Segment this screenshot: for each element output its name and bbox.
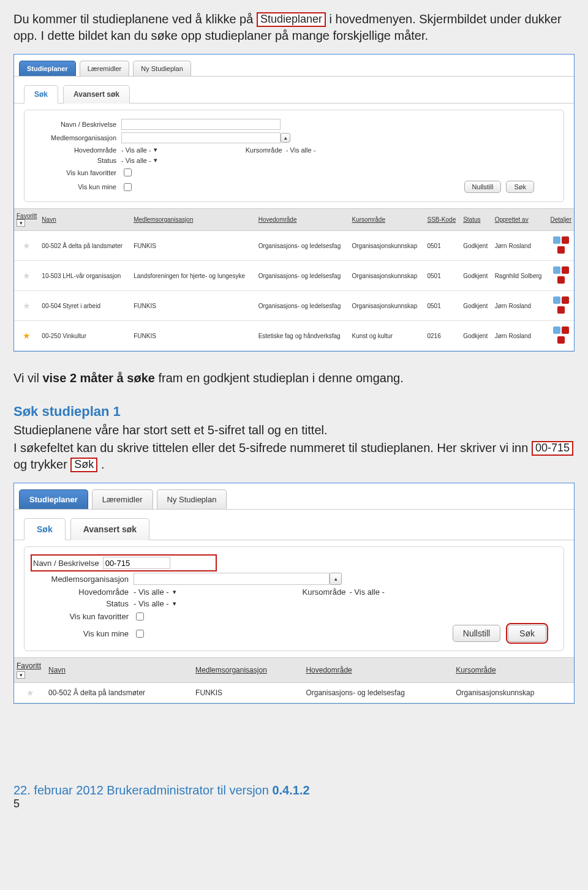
- page-number: 5: [13, 798, 575, 810]
- box-sok-inline: Søk: [70, 458, 97, 472]
- label-fav-2: Vis kun favoritter: [29, 612, 134, 621]
- tab-laeremidler[interactable]: Læremidler: [80, 61, 130, 76]
- label-kursom-2: Kursområde: [303, 587, 346, 597]
- tab-ny-studieplan-2[interactable]: Ny Studieplan: [157, 489, 227, 509]
- screenshot-2: Studieplaner Læremidler Ny Studieplan Sø…: [13, 483, 575, 704]
- table-row[interactable]: ★ 00-502 Å delta på landsmøter FUNKIS Or…: [14, 683, 574, 703]
- label-navn-2: Navn / Beskrivelse: [33, 559, 103, 568]
- table-row[interactable]: ★00-250 VinkulturFUNKISEstetiske fag og …: [14, 321, 574, 351]
- mine-checkbox[interactable]: [124, 183, 132, 191]
- medlem-picker-icon-2[interactable]: ▴: [330, 573, 342, 585]
- subtab-sok[interactable]: Søk: [24, 85, 58, 104]
- copy-icon[interactable]: [557, 336, 565, 344]
- edit-icon[interactable]: [553, 296, 560, 304]
- mine-checkbox-2[interactable]: [136, 630, 144, 638]
- star-icon[interactable]: ★: [26, 688, 34, 698]
- col-medlem-2[interactable]: Medlemsorganisasjon: [193, 658, 303, 683]
- sok-button-2[interactable]: Søk: [508, 625, 546, 642]
- star-icon[interactable]: ★: [23, 331, 31, 341]
- col-status[interactable]: Status: [461, 209, 492, 231]
- mid-p1: Vi vil vise 2 måter å søke fram en godkj…: [13, 370, 575, 387]
- subtab-sok-2[interactable]: Søk: [24, 518, 66, 540]
- hoved-select-2[interactable]: - Vis alle -: [134, 587, 169, 597]
- studieplaner-highlight-box: Studieplaner: [257, 12, 326, 27]
- edit-icon[interactable]: [553, 266, 560, 274]
- screenshot-1: Studieplaner Læremidler Ny Studieplan Sø…: [13, 54, 575, 352]
- sok-button[interactable]: Søk: [506, 181, 534, 193]
- col-favoritt[interactable]: Favoritt: [17, 213, 37, 219]
- mid-p3: I søkefeltet kan du skrive tittelen elle…: [13, 440, 575, 473]
- pdf-icon[interactable]: [562, 296, 569, 304]
- col-ssb[interactable]: SSB-Kode: [425, 209, 461, 231]
- col-hoved[interactable]: Hovedområde: [256, 209, 350, 231]
- status-select[interactable]: - Vis alle -: [121, 157, 151, 164]
- table-row[interactable]: ★10-503 LHL-vår organisasjonLandsforenin…: [14, 261, 574, 291]
- hoved-select[interactable]: - Vis alle -: [121, 146, 151, 154]
- label-navn: Navn / Beskrivelse: [29, 121, 121, 128]
- kursom-select-2[interactable]: - Vis alle -: [349, 587, 385, 597]
- nullstill-button-2[interactable]: Nullstill: [453, 625, 500, 642]
- star-icon[interactable]: ★: [23, 301, 31, 311]
- copy-icon[interactable]: [557, 306, 565, 314]
- col-hoved-2[interactable]: Hovedområde: [303, 658, 453, 683]
- tab-studieplaner[interactable]: Studieplaner: [19, 61, 76, 76]
- col-favoritt-2[interactable]: Favoritt: [17, 662, 41, 670]
- heading-sok-studieplan-1: Søk studieplan 1: [13, 404, 575, 420]
- label-kursom: Kursområde: [246, 146, 282, 154]
- medlem-picker-icon[interactable]: ▴: [281, 133, 290, 143]
- tab-ny-studieplan[interactable]: Ny Studieplan: [133, 61, 191, 76]
- tab-laeremidler-2[interactable]: Læremidler: [92, 489, 153, 509]
- label-fav: Vis kun favoritter: [29, 169, 121, 176]
- col-navn-2[interactable]: Navn: [46, 658, 193, 683]
- status-select-2[interactable]: - Vis alle -: [134, 599, 169, 608]
- fav-sort-icon-2[interactable]: ▾: [17, 671, 25, 679]
- navn-input[interactable]: [121, 119, 281, 130]
- col-kurs-2[interactable]: Kursområde: [453, 658, 574, 683]
- mid-p2: Studieplanene våre har stort sett et 5-s…: [13, 422, 575, 439]
- copy-icon[interactable]: [557, 276, 565, 284]
- col-medlem[interactable]: Medlemsorganisasjon: [131, 209, 256, 231]
- fav-checkbox[interactable]: [124, 168, 132, 176]
- intro-paragraph: Du kommer til studieplanene ved å klikke…: [13, 11, 575, 44]
- label-medlem: Medlemsorganisasjon: [29, 134, 121, 141]
- box-00-715: 00-715: [532, 441, 573, 456]
- label-status: Status: [29, 157, 121, 164]
- navn-input-2[interactable]: [103, 557, 170, 569]
- table-row[interactable]: ★00-502 Å delta på landsmøterFUNKISOrgan…: [14, 231, 574, 261]
- edit-icon[interactable]: [553, 326, 560, 334]
- label-mine-2: Vis kun mine: [29, 629, 134, 638]
- medlem-input[interactable]: [121, 132, 281, 143]
- pdf-icon[interactable]: [562, 236, 569, 244]
- subtab-avansert-sok-2[interactable]: Avansert søk: [70, 518, 149, 540]
- copy-icon[interactable]: [557, 246, 565, 254]
- subtab-avansert-sok[interactable]: Avansert søk: [63, 85, 130, 104]
- label-mine: Vis kun mine: [29, 183, 121, 190]
- medlem-input-2[interactable]: [134, 573, 330, 585]
- results-table-1: Favoritt▾ Navn Medlemsorganisasjon Hoved…: [14, 208, 574, 351]
- pdf-icon[interactable]: [562, 266, 569, 274]
- table-row[interactable]: ★00-504 Styret i arbeidFUNKISOrganisasjo…: [14, 291, 574, 321]
- star-icon[interactable]: ★: [23, 271, 31, 281]
- results-table-2: Favoritt▾ Navn Medlemsorganisasjon Hoved…: [14, 657, 574, 703]
- kursom-select[interactable]: - Vis alle -: [286, 146, 316, 154]
- footer-line: 22. februar 2012 Brukeradministrator til…: [13, 783, 575, 798]
- col-opprettet[interactable]: Opprettet av: [492, 209, 548, 231]
- fav-sort-icon[interactable]: ▾: [17, 219, 25, 227]
- label-medlem-2: Medlemsorganisasjon: [29, 575, 134, 584]
- pdf-icon[interactable]: [562, 326, 569, 334]
- fav-checkbox-2[interactable]: [136, 613, 144, 620]
- col-navn[interactable]: Navn: [39, 209, 131, 231]
- star-icon[interactable]: ★: [23, 241, 31, 251]
- col-detaljer: Detaljer: [548, 209, 574, 231]
- edit-icon[interactable]: [553, 236, 560, 244]
- nullstill-button[interactable]: Nullstill: [464, 181, 502, 193]
- label-status-2: Status: [29, 599, 134, 608]
- label-hoved-2: Hovedområde: [29, 587, 134, 597]
- intro-t1a: Du kommer til studieplanene ved å klikke…: [13, 12, 253, 26]
- label-hoved: Hovedområde: [29, 146, 121, 154]
- col-kurs[interactable]: Kursområde: [349, 209, 424, 231]
- tab-studieplaner-2[interactable]: Studieplaner: [19, 489, 88, 509]
